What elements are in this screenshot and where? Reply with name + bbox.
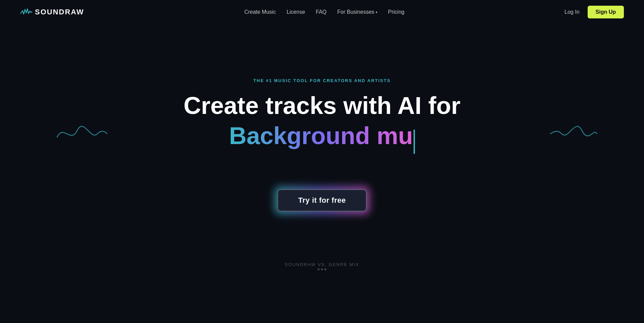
bottom-section-hint: SOUNDRAW VS. GENRE MIX: [0, 252, 644, 277]
navbar: SOUNDRAW Create Music License FAQ For Bu…: [0, 0, 644, 24]
scroll-dot-1: [318, 268, 320, 270]
soundraw-logo-icon: [20, 7, 32, 17]
nav-item-pricing[interactable]: Pricing: [388, 9, 405, 15]
license-link[interactable]: License: [286, 9, 305, 15]
faq-link[interactable]: FAQ: [316, 9, 327, 15]
scroll-dot-2: [321, 268, 323, 270]
scroll-dots: [318, 268, 326, 270]
logo-text: SOUNDRAW: [35, 8, 84, 16]
hero-subtitle: THE #1 MUSIC TOOL FOR CREATORS AND ARTIS…: [253, 78, 390, 83]
genre-mix-label: SOUNDRAW VS. GENRE MIX: [285, 262, 359, 267]
logo-link[interactable]: SOUNDRAW: [20, 7, 84, 17]
pricing-link[interactable]: Pricing: [388, 9, 405, 15]
create-music-link[interactable]: Create Music: [244, 9, 276, 15]
nav-item-license[interactable]: License: [286, 9, 305, 15]
scroll-dot-3: [324, 268, 326, 270]
for-businesses-label: For Businesses: [337, 9, 374, 15]
nav-item-create-music[interactable]: Create Music: [244, 9, 276, 15]
text-cursor: [414, 130, 415, 154]
nav-links: Create Music License FAQ For Businesses …: [244, 9, 405, 15]
nav-right: Log In Sign Up: [565, 6, 624, 18]
nav-item-faq[interactable]: FAQ: [316, 9, 327, 15]
wave-right-decoration: [550, 117, 597, 152]
cta-button-wrapper: Try it for free: [277, 189, 367, 211]
hero-title-line2: Background mu: [229, 123, 415, 169]
chevron-down-icon: ▾: [376, 10, 377, 14]
login-link[interactable]: Log In: [565, 9, 579, 15]
hero-animated-text: Background mu: [229, 123, 413, 149]
hero-title-line1: Create tracks with AI for: [183, 92, 461, 119]
hero-section: THE #1 MUSIC TOOL FOR CREATORS AND ARTIS…: [0, 24, 644, 252]
nav-item-for-businesses[interactable]: For Businesses ▾: [337, 9, 377, 15]
scroll-indicator: SOUNDRAW VS. GENRE MIX: [0, 262, 644, 274]
signup-button[interactable]: Sign Up: [588, 6, 624, 18]
try-it-free-button[interactable]: Try it for free: [277, 189, 367, 211]
wave-left-decoration: [54, 117, 107, 152]
